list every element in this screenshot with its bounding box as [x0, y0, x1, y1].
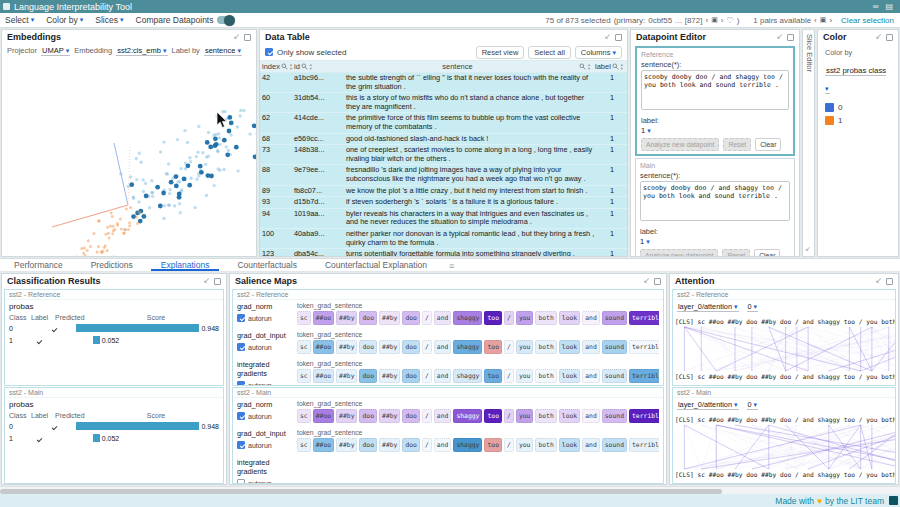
analyze-new-datapoint-button[interactable]: Analyze new datapoint	[640, 249, 718, 257]
salience-token[interactable]: sound	[602, 311, 627, 325]
compare-datapoints-toggle[interactable]	[217, 16, 234, 24]
salience-token[interactable]: both	[535, 369, 556, 383]
attention-plot[interactable]: [CLS]sc##oo##bydoo##bydoo/andshaggytoo/y…	[673, 314, 896, 384]
salience-token[interactable]: and	[582, 369, 600, 383]
select-menu[interactable]: Select▾	[5, 15, 34, 25]
salience-token[interactable]: look	[559, 438, 580, 452]
horizontal-scrollbar[interactable]	[0, 486, 900, 494]
sentence-textarea[interactable]: scooby dooby doo / and shaggy too / you …	[641, 70, 789, 110]
table-row[interactable]: 889e79ee...fresnadillo 's dark and jolti…	[260, 165, 627, 185]
salience-token[interactable]: sound	[602, 438, 627, 452]
pin-pair-icon[interactable]: ▣	[820, 16, 827, 24]
salience-token[interactable]: too	[484, 340, 502, 354]
salience-token[interactable]: ##by	[336, 369, 357, 383]
table-row[interactable]: 941019aa...byler reveals his characters …	[260, 209, 627, 229]
label-select[interactable]: 1 ▾	[641, 126, 789, 135]
salience-token[interactable]: look	[559, 409, 580, 423]
salience-token[interactable]: ##by	[379, 369, 400, 383]
salience-token[interactable]: you	[516, 409, 534, 423]
salience-token[interactable]: terrible	[629, 438, 659, 452]
salience-token[interactable]: ##by	[336, 340, 357, 354]
clear-button[interactable]: Clear	[754, 249, 780, 257]
salience-token[interactable]: /	[504, 340, 514, 354]
salience-token[interactable]: both	[535, 438, 556, 452]
salience-token[interactable]: doo	[359, 369, 377, 383]
salience-token[interactable]: ##by	[336, 311, 357, 325]
docs-icon[interactable]: ▤	[885, 2, 893, 11]
salience-token[interactable]: /	[504, 438, 514, 452]
color-by-select[interactable]: sst2 probas class ▾	[825, 66, 886, 94]
salience-token[interactable]: you	[516, 438, 534, 452]
salience-token[interactable]: ##oo	[313, 409, 334, 423]
projector-select[interactable]: UMAP ▾	[41, 46, 70, 56]
search-icon[interactable]	[612, 63, 619, 70]
salience-token[interactable]: you	[516, 369, 534, 383]
salience-token[interactable]: shaggy	[453, 340, 482, 354]
salience-token[interactable]: sc	[297, 409, 311, 423]
salience-token[interactable]: shaggy	[453, 409, 482, 423]
salience-token[interactable]: and	[582, 340, 600, 354]
salience-token[interactable]: /	[422, 409, 432, 423]
salience-token[interactable]: terrible	[629, 369, 659, 383]
autorun-checkbox[interactable]	[237, 314, 245, 322]
autorun-checkbox[interactable]	[237, 479, 245, 484]
salience-token[interactable]: sound	[602, 340, 627, 354]
tab-predictions[interactable]: Predictions	[77, 259, 147, 271]
salience-token[interactable]: terrible	[629, 311, 659, 325]
pin-datapoint-icon[interactable]: ▣	[711, 16, 718, 24]
clear-button[interactable]: Clear	[755, 138, 781, 151]
sort-icon[interactable]: ▲▼	[309, 63, 313, 70]
link-icon[interactable]: ∞	[873, 2, 879, 11]
attention-plot[interactable]: [CLS]sc##oo##bydoo##bydoo/andshaggytoo/y…	[673, 412, 896, 482]
salience-token[interactable]: ##oo	[313, 438, 334, 452]
maximize-icon[interactable]	[886, 34, 893, 41]
salience-token[interactable]: doo	[402, 409, 420, 423]
salience-token[interactable]: ##by	[336, 409, 357, 423]
salience-token[interactable]: /	[422, 311, 432, 325]
salience-token[interactable]: terrible	[629, 409, 659, 423]
tab-counterfactual-explanation[interactable]: Counterfactual Explanation	[311, 259, 441, 271]
maximize-icon[interactable]	[214, 278, 221, 285]
search-icon[interactable]	[281, 63, 288, 70]
layer-select[interactable]: layer_0/attention ▾	[677, 302, 739, 312]
salience-token[interactable]: doo	[359, 438, 377, 452]
salience-token[interactable]: and	[582, 311, 600, 325]
autorun-checkbox[interactable]	[237, 441, 245, 449]
table-row[interactable]: 6031db54...this is a story of two misfit…	[260, 93, 627, 113]
table-row[interactable]: 10040aba9...neither parker nor donovan i…	[260, 229, 627, 249]
embedding-scatter-plot[interactable]	[2, 57, 256, 256]
clear-selection-link[interactable]: Clear selection	[841, 16, 894, 25]
salience-token[interactable]: and	[582, 409, 600, 423]
salience-token[interactable]: doo	[402, 369, 420, 383]
search-icon[interactable]	[579, 63, 586, 70]
salience-token[interactable]: /	[504, 409, 514, 423]
table-row[interactable]: 68e569cc...good old-fashioned slash-and-…	[260, 134, 627, 146]
color-by-menu[interactable]: Color by▾	[46, 15, 83, 25]
salience-token[interactable]: /	[422, 438, 432, 452]
salience-token[interactable]: ##oo	[313, 369, 334, 383]
salience-token[interactable]: doo	[359, 340, 377, 354]
collapse-icon[interactable]: ↙	[604, 33, 611, 41]
salience-token[interactable]: ##by	[379, 340, 400, 354]
salience-token[interactable]: look	[559, 369, 580, 383]
prev-pair-button[interactable]: ‹	[814, 16, 817, 25]
salience-token[interactable]: and	[434, 311, 452, 325]
table-row[interactable]: 42a1bc96...the subtle strength of `` ell…	[260, 73, 627, 93]
salience-token[interactable]: sound	[602, 369, 627, 383]
salience-token[interactable]: shaggy	[453, 438, 482, 452]
salience-token[interactable]: doo	[359, 311, 377, 325]
reset-button[interactable]: Reset	[723, 138, 751, 151]
salience-token[interactable]: ##by	[379, 409, 400, 423]
salience-token[interactable]: too	[484, 409, 502, 423]
autorun-checkbox[interactable]	[237, 381, 245, 386]
salience-token[interactable]: /	[504, 311, 514, 325]
tab-counterfactuals[interactable]: Counterfactuals	[223, 259, 311, 271]
salience-token[interactable]: sc	[297, 369, 311, 383]
salience-token[interactable]: ##by	[379, 438, 400, 452]
collapse-icon[interactable]: ↙	[233, 33, 240, 41]
expand-icon[interactable]: ↙	[805, 245, 811, 253]
salience-token[interactable]: and	[434, 409, 452, 423]
label-by-select[interactable]: sentence ▾	[204, 46, 242, 56]
salience-token[interactable]: ##oo	[313, 311, 334, 325]
next-pair-button[interactable]: ›	[829, 16, 832, 25]
